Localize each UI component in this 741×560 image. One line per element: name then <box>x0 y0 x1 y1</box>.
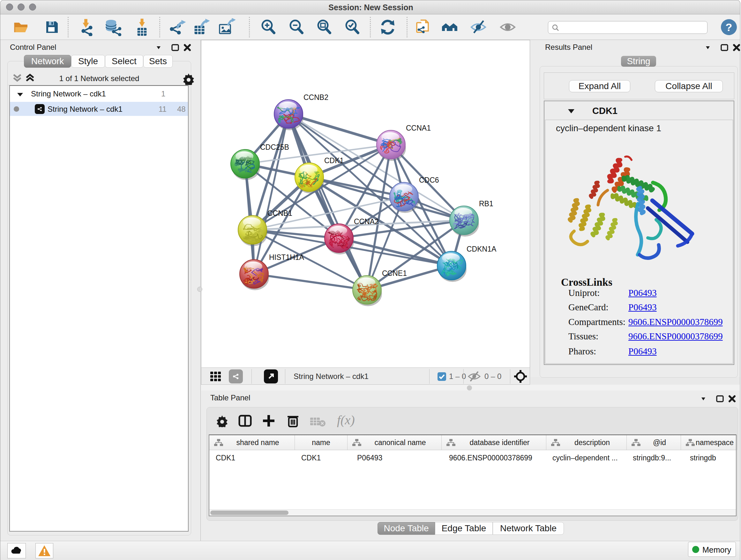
svg-text:CCNE1: CCNE1 <box>382 269 407 277</box>
svg-text:CCNB2: CCNB2 <box>304 93 328 102</box>
svg-text:CCNA1: CCNA1 <box>406 124 431 132</box>
svg-text:CDKN1A: CDKN1A <box>467 245 496 253</box>
svg-text:CCNB1: CCNB1 <box>267 209 292 217</box>
svg-text:CDC6: CDC6 <box>419 176 439 184</box>
svg-text:CCNA2: CCNA2 <box>354 217 379 226</box>
svg-text:HIST1H1A: HIST1H1A <box>269 253 305 261</box>
svg-text:RB1: RB1 <box>479 199 493 208</box>
svg-text:CDC25B: CDC25B <box>260 143 289 151</box>
svg-text:CDK1: CDK1 <box>324 157 344 165</box>
